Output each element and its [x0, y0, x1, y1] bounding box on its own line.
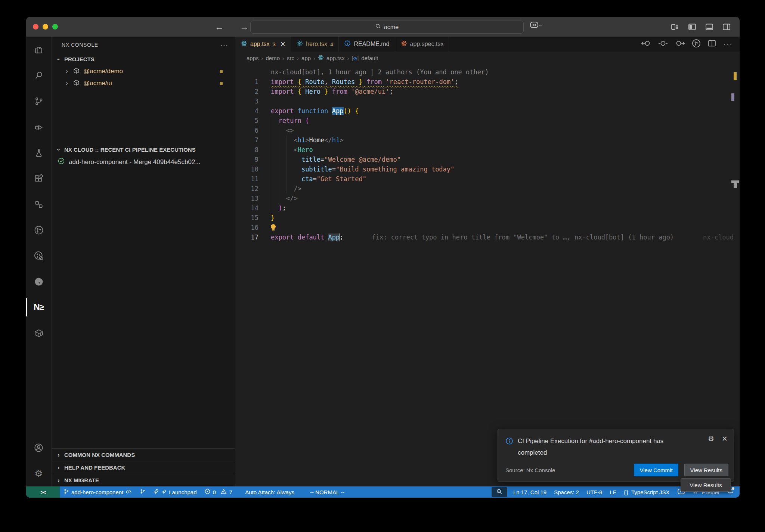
- command-center-search[interactable]: acme: [250, 21, 524, 34]
- view-results-button[interactable]: View Results: [684, 464, 728, 476]
- code-line-10[interactable]: 10 subtitle="Build something amazing tod…: [235, 164, 740, 174]
- git-branch-item[interactable]: add-hero-component: [60, 486, 136, 498]
- code-line-14[interactable]: 14 );: [235, 203, 740, 213]
- warning-icon: [220, 488, 227, 496]
- previous-change-icon[interactable]: [641, 40, 651, 49]
- breadcrumb-item[interactable]: app.tsx: [326, 55, 344, 61]
- editor-group: app.tsx 3 ✕ hero.tsx 4 README.md: [235, 37, 740, 486]
- pipeline-execution-item[interactable]: add-hero-component - Merge 409b44e5cb02.…: [52, 156, 235, 168]
- code-line-16[interactable]: 16: [235, 223, 740, 232]
- run-ci-graph-icon[interactable]: [692, 39, 701, 49]
- code-line-7[interactable]: 7 <h1>Home</h1>: [235, 135, 740, 145]
- settings-gear-icon[interactable]: ⚙: [26, 461, 51, 486]
- code-line-2[interactable]: 2import { Hero } from '@acme/ui';: [235, 87, 740, 96]
- cursor-position-item[interactable]: Ln 17, Col 19: [510, 486, 550, 498]
- minimize-window-button[interactable]: [43, 24, 48, 30]
- containers-icon[interactable]: [26, 320, 51, 346]
- code-line-8[interactable]: 8 <Hero: [235, 145, 740, 155]
- more-actions-icon[interactable]: ···: [723, 40, 733, 49]
- toggle-panel-icon[interactable]: [705, 23, 713, 31]
- code-line-17[interactable]: 17export default App;fix: correct typo i…: [235, 232, 740, 242]
- inline-git-blame: fix: correct typo in hero title from "We…: [372, 233, 674, 241]
- auto-attach-item[interactable]: Auto Attach: Always: [241, 486, 298, 498]
- split-editor-icon[interactable]: [708, 40, 716, 49]
- code-line-6[interactable]: 6 <>: [235, 126, 740, 135]
- current-change-icon[interactable]: [658, 40, 668, 49]
- chevron-collapsed-icon: ›: [56, 452, 61, 458]
- testing-icon[interactable]: [26, 140, 51, 166]
- project-item-acme-ui[interactable]: › @acme/ui: [52, 77, 235, 89]
- nx-console-icon[interactable]: N≥: [26, 294, 51, 320]
- encoding-item[interactable]: UTF-8: [583, 486, 606, 498]
- tab-label: app.spec.tsx: [410, 41, 444, 47]
- info-icon: [344, 40, 351, 48]
- edge-devtools-icon[interactable]: [26, 269, 51, 294]
- more-actions-icon[interactable]: ···: [220, 41, 228, 49]
- zoom-indicator[interactable]: [492, 487, 507, 497]
- project-item-acme-demo[interactable]: › @acme/demo: [52, 65, 235, 77]
- code-line-13[interactable]: 13 </>: [235, 194, 740, 203]
- tab-app-tsx[interactable]: app.tsx 3 ✕: [235, 37, 291, 52]
- launchpad-item[interactable]: Launchpad: [149, 486, 200, 498]
- common-nx-commands-section[interactable]: › COMMON NX COMMANDS: [52, 448, 235, 461]
- problems-item[interactable]: 0 7: [201, 486, 236, 498]
- run-debug-icon[interactable]: [26, 114, 51, 140]
- next-change-icon[interactable]: [675, 40, 685, 49]
- eol-item[interactable]: LF: [606, 486, 620, 498]
- code-line-9[interactable]: 9 title="Welcome @acme/demo": [235, 155, 740, 164]
- breadcrumb-item[interactable]: src: [287, 55, 294, 61]
- tab-label: README.md: [354, 41, 389, 47]
- code-line-12[interactable]: 12 />: [235, 184, 740, 194]
- code-line-11[interactable]: 11 cta="Get Started": [235, 174, 740, 184]
- react-icon: [318, 55, 324, 62]
- toggle-secondary-sidebar-icon[interactable]: [722, 23, 731, 31]
- navigate-back-button[interactable]: ←: [215, 17, 224, 37]
- vim-mode-item[interactable]: -- NORMAL --: [306, 486, 348, 498]
- code-line-3[interactable]: 3: [235, 96, 740, 106]
- code-line-1[interactable]: 1import { Route, Routes } from 'react-ro…: [235, 77, 740, 87]
- close-window-button[interactable]: [33, 24, 38, 30]
- line-number: 6: [235, 126, 258, 135]
- nx-migrate-section[interactable]: › NX MIGRATE: [52, 474, 235, 486]
- toggle-primary-sidebar-icon[interactable]: [688, 23, 696, 31]
- language-mode-item[interactable]: {} TypeScript JSX: [620, 486, 673, 498]
- close-tab-icon[interactable]: ✕: [280, 40, 285, 48]
- commit-graph-icon[interactable]: [26, 217, 51, 243]
- source-control-icon[interactable]: [26, 88, 51, 114]
- remote-indicator[interactable]: ><: [26, 486, 60, 498]
- maximize-window-button[interactable]: [52, 24, 58, 30]
- notification-toast: CI Pipeline Execution for #add-hero-comp…: [498, 429, 734, 482]
- notification-settings-icon[interactable]: ⚙: [708, 435, 714, 442]
- git-graph-item[interactable]: [136, 486, 149, 498]
- navigate-forward-button[interactable]: →: [240, 17, 249, 37]
- explorer-icon[interactable]: [26, 37, 51, 62]
- extensions-icon[interactable]: [26, 166, 51, 191]
- projects-section-header[interactable]: › PROJECTS: [52, 53, 235, 65]
- code-line-4[interactable]: 4export function App() {: [235, 106, 740, 116]
- nx-cloud-section-header[interactable]: › NX CLOUD :: RECENT CI PIPELINE EXECUTI…: [52, 143, 235, 156]
- lightbulb-icon[interactable]: [271, 224, 276, 231]
- connected-nodes-icon[interactable]: [26, 191, 51, 217]
- package-icon: [73, 79, 80, 88]
- breadcrumb-item[interactable]: demo: [266, 55, 280, 61]
- breadcrumb-item[interactable]: app: [301, 55, 311, 61]
- search-sidebar-icon[interactable]: [26, 62, 51, 88]
- commit-graph-search-icon[interactable]: [26, 243, 51, 269]
- line-number: 13: [235, 194, 258, 203]
- code-line-15[interactable]: 15}: [235, 213, 740, 223]
- copilot-menu-button[interactable]: ›: [530, 21, 542, 30]
- customize-layout-icon[interactable]: [671, 23, 679, 31]
- indentation-item[interactable]: Spaces: 2: [550, 486, 583, 498]
- breadcrumb-item[interactable]: apps: [247, 55, 259, 61]
- view-commit-button[interactable]: View Commit: [634, 464, 678, 476]
- account-icon[interactable]: [26, 435, 51, 461]
- tab-readme-md[interactable]: README.md: [339, 37, 395, 52]
- help-and-feedback-section[interactable]: › HELP AND FEEDBACK: [52, 461, 235, 474]
- breadcrumb-item[interactable]: default: [361, 55, 378, 61]
- tab-hero-tsx[interactable]: hero.tsx 4: [291, 37, 339, 52]
- close-notification-icon[interactable]: ✕: [722, 435, 728, 442]
- error-icon: [204, 488, 211, 496]
- code-editor[interactable]: nx-cloud[bot], 1 hour ago | 2 authors (Y…: [235, 64, 740, 486]
- code-line-5[interactable]: 5 return (: [235, 116, 740, 126]
- tab-app-spec-tsx[interactable]: app.spec.tsx: [395, 37, 449, 52]
